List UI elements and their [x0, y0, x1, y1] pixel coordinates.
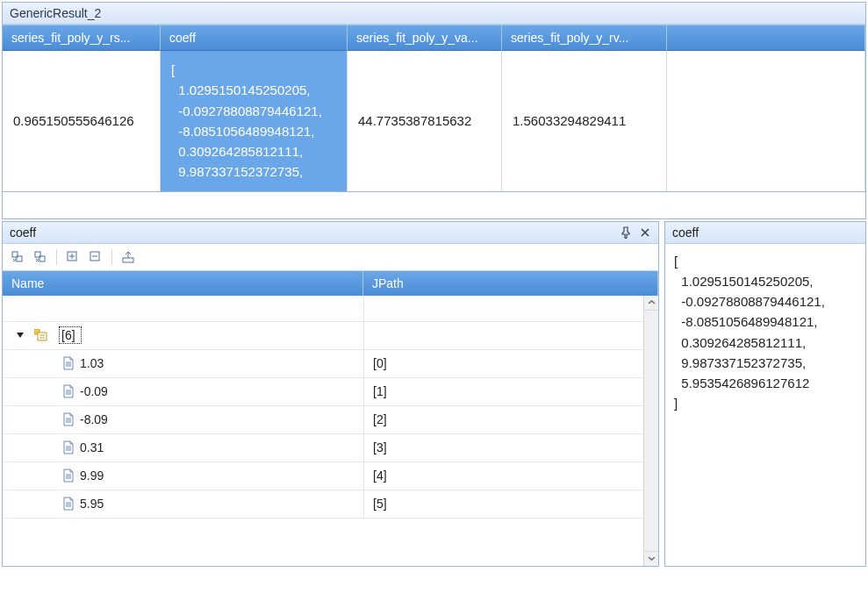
- tree-toolbar: [3, 244, 658, 271]
- column-header[interactable]: series_fit_poly_y_va...: [348, 25, 502, 51]
- grid-header-row: series_fit_poly_y_rs... coeff series_fit…: [3, 25, 865, 51]
- export-icon[interactable]: [118, 247, 138, 267]
- column-header[interactable]: coeff: [161, 25, 348, 51]
- pane-title: coeff: [10, 225, 36, 240]
- pane-header: coeff: [665, 222, 865, 244]
- vertical-scrollbar[interactable]: [643, 296, 658, 566]
- tree-item-row[interactable]: 9.99[4]: [3, 462, 658, 490]
- tree-item-label: -0.09: [80, 384, 108, 398]
- cell-coeff-selected[interactable]: [ 1.0295150145250205, -0.092788088794461…: [161, 51, 348, 191]
- column-header-empty: [667, 25, 865, 51]
- svg-rect-8: [38, 333, 47, 340]
- coeff-text-pane: coeff [ 1.0295150145250205, -0.092788088…: [664, 221, 866, 567]
- pin-icon[interactable]: [620, 226, 632, 239]
- tree-header-jpath[interactable]: JPath: [363, 271, 658, 296]
- cell-empty: [667, 51, 865, 191]
- tree-header-row: Name JPath: [3, 271, 658, 296]
- tree-item-label: 5.95: [80, 497, 104, 511]
- tree-item-jpath: [0]: [363, 350, 658, 377]
- tree-item-jpath: [2]: [363, 406, 658, 433]
- tree-item-label: 1.03: [80, 356, 104, 370]
- scroll-up-icon[interactable]: [644, 296, 658, 311]
- array-node-icon: [34, 329, 48, 341]
- tree-item-jpath: [4]: [363, 462, 658, 490]
- tree-root-row[interactable]: [6]: [3, 322, 658, 350]
- document-icon: [62, 440, 75, 454]
- grid-row[interactable]: 0.965150555646126 [ 1.0295150145250205, …: [3, 51, 865, 192]
- tree-body: [6] 1.03[0]-0.09[1]-8.09[2]0.31[3]9.99[4…: [3, 296, 658, 566]
- tree-item-jpath: [1]: [363, 378, 658, 405]
- cell-rv[interactable]: 1.56033294829411: [502, 51, 667, 191]
- tree-header-name[interactable]: Name: [3, 271, 363, 296]
- tree-item-jpath: [3]: [363, 434, 658, 462]
- tree-item-label: 9.99: [80, 469, 104, 483]
- tree-item-label: -8.09: [80, 412, 108, 426]
- expand-triangle-icon[interactable]: [15, 330, 25, 340]
- cell-rs[interactable]: 0.965150555646126: [3, 51, 161, 191]
- coeff-tree-pane: coeff: [2, 221, 659, 567]
- pane-header: coeff: [3, 222, 658, 244]
- collapse-all-icon[interactable]: [31, 247, 50, 267]
- coeff-json-text[interactable]: [ 1.0295150145250205, -0.092788088794461…: [665, 244, 865, 421]
- column-header[interactable]: series_fit_poly_y_rv...: [502, 25, 667, 51]
- cell-va[interactable]: 44.7735387815632: [348, 51, 502, 191]
- pane-title: coeff: [672, 225, 699, 240]
- tree-item-jpath: [5]: [363, 490, 658, 518]
- collapse-node-icon[interactable]: [86, 247, 105, 267]
- scroll-down-icon[interactable]: [644, 551, 658, 566]
- panel-title: GenericResult_2: [3, 3, 865, 25]
- svg-rect-6: [123, 258, 133, 262]
- tree-item-row[interactable]: -0.09[1]: [3, 378, 658, 406]
- document-icon: [62, 412, 75, 426]
- tree-item-row[interactable]: -8.09[2]: [3, 406, 658, 434]
- tree-item-row[interactable]: 1.03[0]: [3, 350, 658, 378]
- document-icon: [62, 356, 75, 370]
- tree-item-row[interactable]: 0.31[3]: [3, 434, 658, 462]
- tree-item-row[interactable]: 5.95[5]: [3, 490, 658, 519]
- tree-item-label: 0.31: [80, 440, 104, 454]
- document-icon: [62, 497, 75, 511]
- expand-node-icon[interactable]: [63, 247, 82, 267]
- document-icon: [62, 469, 75, 483]
- close-icon[interactable]: [639, 226, 651, 239]
- tree-blank-row: [3, 296, 658, 322]
- root-label: [6]: [61, 328, 75, 342]
- document-icon: [62, 384, 75, 398]
- result-panel: GenericResult_2 series_fit_poly_y_rs... …: [2, 2, 866, 219]
- column-header[interactable]: series_fit_poly_y_rs...: [3, 25, 161, 51]
- expand-all-icon[interactable]: [8, 247, 27, 267]
